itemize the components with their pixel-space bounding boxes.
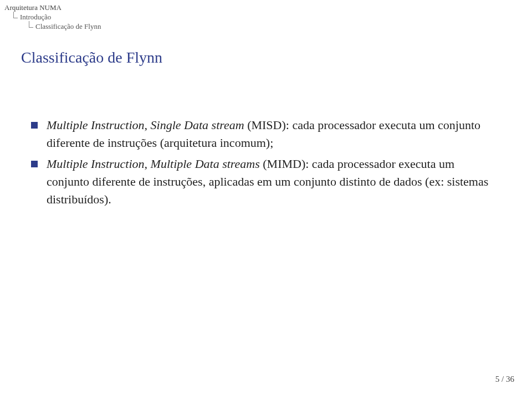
bullet-list: Multiple Instruction, Single Data stream… <box>31 116 499 208</box>
slide: Arquitetura NUMA Introdução Classificaçã… <box>0 0 532 394</box>
breadcrumb-level3: Classificação de Flynn <box>35 22 101 32</box>
slide-content: Multiple Instruction, Single Data stream… <box>31 116 499 211</box>
slide-title: Classificação de Flynn <box>21 49 162 66</box>
bullet-item: Multiple Instruction, Single Data stream… <box>31 116 499 152</box>
bullet-italic: Multiple Instruction, Multiple Data stre… <box>47 157 260 171</box>
bullet-item: Multiple Instruction, Multiple Data stre… <box>31 155 499 208</box>
breadcrumb: Arquitetura NUMA Introdução Classificaçã… <box>0 0 105 32</box>
tree-connector-icon <box>28 23 35 30</box>
breadcrumb-level2: Introdução <box>20 13 51 22</box>
tree-connector-icon <box>12 14 20 21</box>
page-number: 5 / 36 <box>495 375 514 384</box>
bullet-italic: Multiple Instruction, Single Data stream <box>47 118 244 132</box>
